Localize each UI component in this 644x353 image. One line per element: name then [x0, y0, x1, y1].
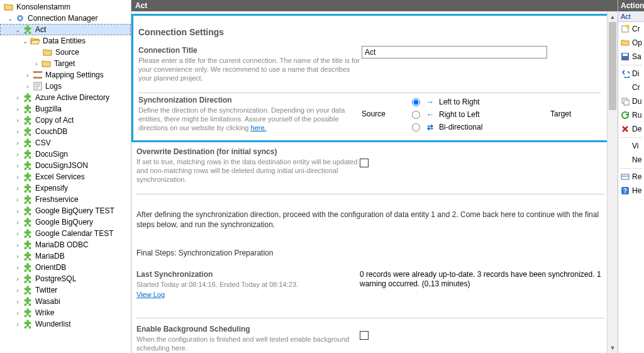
action-refresh[interactable]: Re: [618, 170, 644, 184]
action-help[interactable]: ?He: [618, 184, 644, 198]
expand-icon[interactable]: ⌄: [14, 26, 21, 33]
radio-left-to-right[interactable]: → Left to Right: [412, 96, 550, 108]
tree-item[interactable]: ›CouchDB: [0, 126, 131, 137]
tree-item[interactable]: ›Twitter: [0, 284, 131, 296]
tree-item[interactable]: ›DocuSignJSON: [0, 160, 131, 171]
tree-item[interactable]: ›Freshservice: [0, 194, 131, 205]
scroll-up-button[interactable]: ▲: [608, 11, 618, 22]
tree-label: PostgreSQL: [34, 274, 76, 283]
tree-item[interactable]: ›Bugzilla: [0, 103, 131, 115]
action-open[interactable]: Op: [618, 36, 644, 50]
action-duplicate[interactable]: Du: [618, 94, 644, 108]
action-create2[interactable]: Cr: [618, 81, 644, 94]
tree-item[interactable]: ›CSV: [0, 137, 131, 148]
connection-title-input[interactable]: [362, 46, 547, 59]
tree-label: Wasabi: [34, 297, 60, 306]
expand-icon[interactable]: ›: [14, 287, 21, 294]
action-delete[interactable]: De: [618, 122, 644, 136]
radio-input[interactable]: [412, 111, 420, 119]
tree-root[interactable]: Konsolenstamm: [0, 1, 131, 13]
tree-connection-manager[interactable]: ⌄ Connection Manager: [0, 13, 131, 24]
action-save[interactable]: Sa: [618, 50, 644, 64]
expand-icon[interactable]: ›: [14, 230, 21, 237]
tree-item[interactable]: ›Azure Active Directory: [0, 92, 131, 103]
expand-icon[interactable]: ›: [14, 185, 21, 192]
tree-item[interactable]: ›Wrike: [0, 307, 131, 318]
expand-icon[interactable]: ›: [14, 140, 21, 147]
expand-icon[interactable]: ›: [24, 83, 31, 90]
tree-item[interactable]: ›Excel Services: [0, 171, 131, 182]
folder-icon: [42, 59, 52, 69]
expand-icon[interactable]: ›: [24, 72, 31, 79]
field-desc: Started Today at 08:14:16. Ended Today a…: [136, 279, 360, 289]
tree-item[interactable]: ›Google BigQuery TEST: [0, 205, 131, 216]
expand-icon[interactable]: ⌄: [6, 15, 14, 22]
tree-item[interactable]: ›OrientDB: [0, 262, 131, 273]
puzzle-icon: [23, 274, 33, 284]
tree-item[interactable]: ›Google Calendar TEST: [0, 228, 131, 239]
bg-scheduling-checkbox[interactable]: [360, 331, 369, 340]
expand-icon[interactable]: ›: [33, 60, 40, 67]
expand-icon[interactable]: ›: [14, 208, 21, 215]
tree-label: Mapping Settings: [44, 70, 104, 79]
refresh-icon: [620, 110, 630, 120]
tree-item[interactable]: ›Expensify: [0, 182, 131, 194]
expand-icon[interactable]: ›: [14, 298, 21, 305]
action-new[interactable]: Ne: [618, 153, 644, 167]
expand-icon[interactable]: ›: [14, 264, 21, 271]
tree-label: Data Entities: [42, 36, 86, 45]
expand-icon[interactable]: ›: [14, 253, 21, 260]
overwrite-checkbox[interactable]: [360, 159, 369, 167]
expand-icon[interactable]: ›: [14, 117, 21, 124]
tree-source[interactable]: Source: [0, 47, 131, 58]
puzzle-icon: [23, 240, 33, 250]
action-view[interactable]: Vi: [618, 139, 644, 153]
tree-pane: Konsolenstamm ⌄ Connection Manager ⌄ Act…: [0, 0, 131, 353]
expand-icon[interactable]: ›: [14, 310, 21, 317]
expand-icon[interactable]: ›: [14, 174, 21, 181]
tree-item[interactable]: ›MariaDB ODBC: [0, 239, 131, 250]
view-log-link[interactable]: View Log: [136, 291, 165, 298]
undo-icon: [620, 69, 630, 79]
scroll-down-button[interactable]: ▼: [608, 342, 618, 353]
connection-settings-box: Connection Settings Connection Title Ple…: [131, 14, 615, 142]
expand-icon[interactable]: ›: [14, 106, 21, 113]
tree-mapping-settings[interactable]: › Mapping Settings: [0, 69, 131, 81]
tree-item[interactable]: ›PostgreSQL: [0, 273, 131, 284]
expand-icon[interactable]: ⌄: [21, 38, 29, 45]
radio-right-to-left[interactable]: ← Right to Left: [412, 108, 550, 121]
radio-input[interactable]: [412, 98, 420, 106]
expand-icon[interactable]: ›: [14, 276, 21, 283]
scroll-thumb[interactable]: [609, 22, 616, 110]
tree-item[interactable]: ›Wunderlist: [0, 318, 131, 330]
tree-item[interactable]: ›Google BigQuery: [0, 216, 131, 228]
tree-item-act[interactable]: ⌄ Act: [0, 24, 131, 35]
action-create[interactable]: Cr: [618, 22, 644, 36]
action-run[interactable]: Ru: [618, 108, 644, 122]
here-link[interactable]: here.: [251, 124, 267, 132]
svg-rect-12: [624, 100, 629, 105]
radio-bidirectional[interactable]: ⇄ Bi-directional: [412, 121, 550, 133]
tree-label: Target: [53, 59, 75, 68]
tree-data-entities[interactable]: ⌄ Data Entities: [0, 35, 131, 47]
expand-icon[interactable]: ›: [14, 321, 21, 328]
tree-item[interactable]: ›MariaDB: [0, 250, 131, 262]
expand-icon[interactable]: ›: [14, 219, 21, 226]
expand-icon[interactable]: ›: [14, 242, 21, 249]
puzzle-icon: [23, 92, 33, 103]
radio-input[interactable]: [412, 123, 420, 132]
puzzle-icon: [23, 285, 33, 295]
expand-icon[interactable]: ›: [14, 128, 21, 135]
vertical-scrollbar[interactable]: ▲ ▼: [607, 11, 618, 353]
tree-item[interactable]: ›DocuSign: [0, 148, 131, 160]
expand-icon[interactable]: ›: [14, 94, 21, 101]
action-disconnect[interactable]: Di: [618, 67, 644, 81]
expand-icon[interactable]: ›: [14, 162, 21, 169]
tree-logs[interactable]: › Logs: [0, 81, 131, 92]
tree-target[interactable]: › Target: [0, 58, 131, 69]
svg-rect-3: [38, 71, 42, 73]
tree-item[interactable]: ›Copy of Act: [0, 115, 131, 126]
expand-icon[interactable]: ›: [14, 196, 21, 203]
tree-item[interactable]: ›Wasabi: [0, 296, 131, 307]
expand-icon[interactable]: ›: [14, 151, 21, 158]
